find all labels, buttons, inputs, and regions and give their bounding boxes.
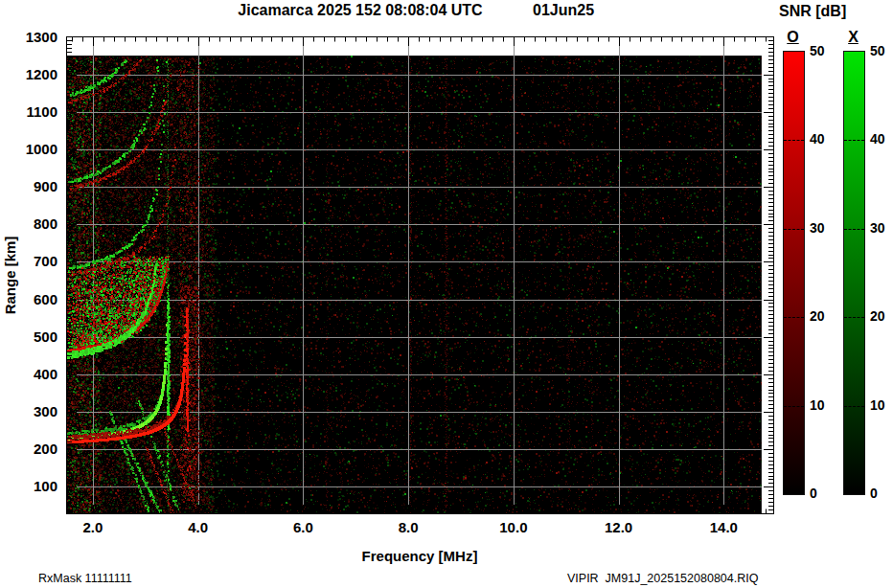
colorbar-tick-dash — [844, 140, 864, 141]
colorbar-tick-dash — [844, 317, 864, 318]
y-tick-label: 1000 — [13, 141, 57, 157]
y-tick-label: 300 — [13, 403, 57, 419]
y-tick-label: 800 — [13, 215, 57, 232]
y-tick-label: 100 — [13, 478, 57, 494]
y-tick-label: 1100 — [13, 103, 57, 120]
y-tick-label: 1300 — [13, 29, 57, 45]
colorbar-tick-label: 10 — [810, 397, 838, 413]
x-tick-label: 8.0 — [387, 519, 429, 535]
x-tick-label: 4.0 — [177, 519, 219, 535]
colorbar-tick-label: 30 — [870, 220, 893, 236]
colorbar-tick-label: 20 — [810, 308, 838, 324]
o-mode-label: O — [782, 29, 804, 46]
colorbar-tick-label: 50 — [810, 43, 838, 58]
colorbar-tick-dash — [784, 140, 804, 141]
colorbar-tick-dash — [784, 317, 804, 318]
colorbar-tick-label: 10 — [870, 397, 893, 413]
frequency-axis-title: Frequency [MHz] — [66, 548, 773, 564]
o-mode-colorbar — [783, 51, 805, 495]
colorbar-tick-dash — [784, 406, 804, 407]
y-tick-label: 200 — [13, 441, 57, 457]
x-tick-label: 14.0 — [702, 519, 744, 535]
x-mode-label: X — [842, 29, 864, 46]
y-tick-label: 1200 — [13, 66, 57, 82]
plot-date: 01Jun25 — [533, 2, 594, 19]
colorbar-tick-label: 40 — [810, 131, 838, 147]
colorbar-tick-label: 20 — [870, 308, 893, 324]
ionogram-figure: Jicamarca 2025 152 08:08:04 UTC 01Jun25 … — [0, 0, 893, 588]
colorbar-tick-label: 50 — [870, 43, 893, 58]
rxmask-status: RxMask 11111111 — [38, 572, 132, 585]
colorbar-tick-label: 0 — [870, 486, 893, 501]
colorbar-tick-dash — [844, 229, 864, 230]
data-filename: VIPIR JM91J_2025152080804.RIQ — [567, 572, 758, 585]
x-tick-label: 6.0 — [282, 519, 324, 535]
colorbar-tick-dash — [844, 406, 864, 407]
y-tick-label: 700 — [13, 253, 57, 269]
colorbar-tick-label: 40 — [870, 131, 893, 147]
y-tick-label: 900 — [13, 178, 57, 194]
x-tick-label: 12.0 — [598, 519, 640, 535]
colorbar-tick-label: 30 — [810, 220, 838, 236]
colorbar-title: SNR [dB] — [779, 3, 846, 20]
colorbar-tick-dash — [784, 229, 804, 230]
colorbar-tick-label: 0 — [810, 486, 838, 501]
y-tick-label: 400 — [13, 366, 57, 382]
x-mode-colorbar — [843, 51, 865, 495]
x-tick-label: 10.0 — [492, 519, 535, 535]
y-tick-label: 600 — [13, 291, 57, 307]
y-tick-label: 500 — [13, 328, 57, 345]
x-tick-label: 2.0 — [72, 519, 114, 535]
ionogram-plot-canvas — [66, 36, 774, 514]
